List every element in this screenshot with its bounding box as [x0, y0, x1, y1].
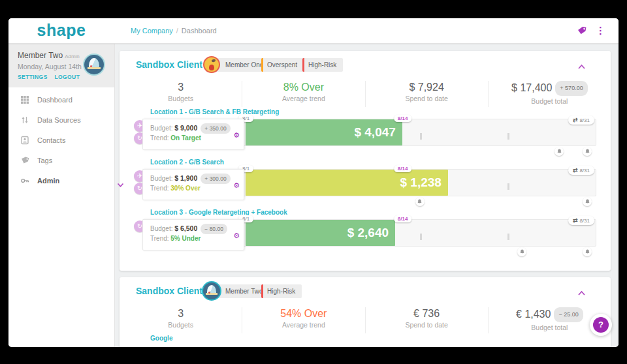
trend-value: 5% Under	[170, 235, 201, 242]
data-sources-icon	[20, 115, 29, 125]
member-chip-label: Member One	[225, 61, 263, 68]
sidebar-item-admin[interactable]: Admin	[8, 171, 114, 191]
stat-label: Average trend	[242, 95, 364, 102]
chevron-up-icon[interactable]	[577, 287, 586, 299]
spend-amount: $ 2,640	[347, 226, 389, 240]
stat-label: Budgets	[120, 321, 242, 329]
stat-label: Average trend	[242, 321, 364, 329]
budget-amount: $ 9,000	[174, 124, 197, 132]
bell-icon[interactable]	[555, 147, 564, 156]
stat-value: € 1,430	[516, 309, 551, 320]
stat-label: Budgets	[120, 95, 242, 102]
stat-budget-total: $ 17,400+ 570.00 Budget total	[488, 81, 611, 107]
today-badge: 8/14	[394, 215, 412, 222]
help-button[interactable]: ?	[590, 314, 612, 336]
bell-icon[interactable]	[517, 247, 526, 256]
client-card-sandbox-1: Sandbox Client 1 Member One Overspent Hi…	[120, 51, 611, 271]
sidebar-item-dashboard[interactable]: Dashboard	[8, 90, 114, 110]
avatar-detail	[211, 59, 216, 62]
alert-markers	[243, 147, 596, 156]
member-chip-label: Member Two	[225, 288, 263, 295]
top-bar: shape My Company/Dashboard ⋮	[8, 18, 619, 44]
spend-amount: $ 1,238	[400, 175, 442, 190]
contacts-icon	[20, 136, 29, 145]
sidebar-item-tags[interactable]: Tags	[8, 151, 114, 171]
sidebar: Member TwoAdmin Monday, August 14th SETT…	[8, 43, 115, 347]
dashboard-icon	[20, 95, 29, 104]
stat-adjust-pill: + 570.00	[555, 81, 587, 96]
status-chip-label: High-Risk	[267, 288, 295, 295]
budget-title[interactable]: Location 3 - Google Retargeting + Facebo…	[150, 209, 611, 216]
budget-row: Google	[120, 335, 611, 347]
status-chip-high-risk: High-Risk	[261, 284, 302, 298]
trend-value: 30% Over	[170, 185, 201, 192]
bell-icon[interactable]	[583, 247, 592, 256]
stat-label: Spend to date	[366, 95, 488, 102]
gear-icon[interactable]: ⚙	[233, 132, 240, 139]
sidebar-item-data-sources[interactable]: Data Sources	[8, 110, 114, 130]
budget-adjust-pill: + 350.00	[201, 123, 230, 134]
user-role: Admin	[65, 53, 80, 59]
axis-tick	[507, 183, 509, 190]
spend-bar: $ 4,047	[246, 119, 402, 145]
bell-icon[interactable]	[415, 197, 425, 206]
client-title[interactable]: Sandbox Client 1	[136, 59, 210, 70]
trend-label: Trend:	[150, 235, 169, 242]
budget-info-panel: Budget: $ 1,900+ 300.00 Trend: 30% Over …	[142, 169, 244, 200]
stat-label: Budget total	[489, 97, 611, 105]
period-end-pill[interactable]: ⇄8/31	[568, 216, 594, 225]
budget-label: Budget:	[150, 125, 172, 132]
gear-icon[interactable]: ⚙	[233, 232, 240, 239]
avatar-base	[206, 293, 217, 295]
settings-link[interactable]: SETTINGS	[18, 74, 48, 80]
sidebar-item-label: Admin	[37, 177, 59, 185]
stat-value: 3	[120, 307, 242, 320]
status-chip-overspent: Overspent	[261, 58, 304, 72]
stat-label: Spend to date	[366, 321, 488, 329]
period-end-pill[interactable]: ⇄8/31	[568, 166, 594, 175]
member-two-avatar	[203, 282, 220, 299]
budget-title[interactable]: Location 1 - G/B Search & FB Retargeting	[150, 108, 611, 115]
avatar-dot	[208, 292, 210, 294]
budget-track: $ 1,238 8/1 8/14 ⇄8/31 Budget: $ 1,900+ …	[142, 169, 596, 196]
logout-link[interactable]: LOGOUT	[54, 74, 80, 80]
budget-axis: $ 4,047 8/1 8/14	[244, 119, 596, 145]
sidebar-item-label: Tags	[37, 157, 52, 164]
today-badge: 8/14	[394, 165, 412, 172]
budget-label: Budget:	[150, 175, 172, 182]
breadcrumb: My Company/Dashboard	[131, 18, 217, 43]
bell-icon[interactable]	[583, 197, 592, 206]
budget-adjust-pill: − 80.00	[201, 224, 227, 234]
bell-icon[interactable]	[583, 147, 592, 156]
kebab-menu-icon[interactable]: ⋮	[596, 18, 605, 43]
period-end-label: 8/31	[579, 168, 590, 174]
alert-markers	[243, 197, 596, 206]
chevron-up-icon[interactable]	[577, 61, 586, 72]
tag-icon[interactable]	[577, 18, 587, 43]
sidebar-user-block: Member TwoAdmin Monday, August 14th SETT…	[8, 43, 114, 87]
breadcrumb-company[interactable]: My Company	[131, 27, 173, 35]
status-chip-high-risk: High-Risk	[302, 58, 343, 72]
stat-average-trend: 54% Over Average trend	[242, 307, 364, 333]
client-title[interactable]: Sandbox Client 2	[136, 286, 210, 296]
budget-title[interactable]: Google	[150, 335, 611, 342]
stat-budgets: 3 Budgets	[120, 307, 242, 333]
budget-row: Location 2 - G/B Search ✈ ↻ $ 1,238 8/1	[120, 159, 611, 207]
avatar-base	[88, 67, 101, 70]
alert-markers	[243, 247, 596, 256]
stat-value: 54% Over	[242, 307, 364, 320]
gear-icon[interactable]: ⚙	[233, 182, 240, 189]
budget-title[interactable]: Location 2 - G/B Search	[150, 159, 611, 166]
budget-label: Budget:	[150, 225, 172, 232]
spend-amount: $ 4,047	[354, 125, 395, 140]
stat-adjust-pill: − 25.00	[554, 307, 583, 322]
trend-value: On Target	[170, 134, 201, 142]
sidebar-item-contacts[interactable]: Contacts	[8, 130, 114, 151]
period-end-pill[interactable]: ⇄8/31	[568, 115, 594, 125]
budget-info-panel: Budget: $ 9,000+ 350.00 Trend: On Target…	[142, 119, 244, 150]
spend-bar: $ 1,238	[246, 170, 448, 196]
breadcrumb-page: Dashboard	[182, 27, 217, 35]
period-end-label: 8/31	[579, 218, 590, 224]
stat-value: $ 7,924	[366, 81, 488, 93]
chip-color-bar	[261, 284, 263, 298]
